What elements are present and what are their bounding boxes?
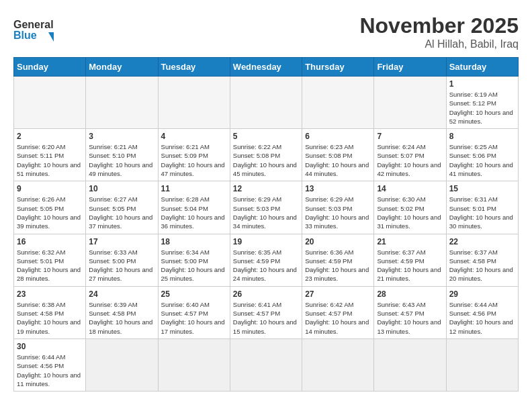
day-number: 23 (17, 289, 83, 299)
calendar-cell (374, 77, 446, 129)
calendar-header-row: SundayMondayTuesdayWednesdayThursdayFrid… (14, 58, 519, 77)
calendar-cell: 10Sunrise: 6:27 AM Sunset: 5:05 PM Dayli… (86, 181, 158, 234)
day-info: Sunrise: 6:23 AM Sunset: 5:08 PM Dayligh… (305, 142, 371, 178)
day-number: 5 (233, 132, 299, 141)
day-info: Sunrise: 6:40 AM Sunset: 4:57 PM Dayligh… (161, 300, 227, 336)
day-number: 27 (305, 289, 371, 299)
calendar-cell: 29Sunrise: 6:44 AM Sunset: 4:56 PM Dayli… (446, 286, 518, 338)
day-info: Sunrise: 6:19 AM Sunset: 5:12 PM Dayligh… (449, 90, 515, 126)
calendar-cell: 18Sunrise: 6:34 AM Sunset: 5:00 PM Dayli… (158, 234, 230, 286)
calendar-cell: 1Sunrise: 6:19 AM Sunset: 5:12 PM Daylig… (446, 77, 518, 129)
day-info: Sunrise: 6:44 AM Sunset: 4:56 PM Dayligh… (17, 353, 83, 388)
day-number: 22 (449, 237, 515, 246)
calendar-cell (158, 77, 230, 129)
day-info: Sunrise: 6:31 AM Sunset: 5:01 PM Dayligh… (449, 195, 515, 230)
calendar-cell: 6Sunrise: 6:23 AM Sunset: 5:08 PM Daylig… (302, 129, 374, 181)
day-number: 30 (17, 342, 83, 351)
calendar-cell: 20Sunrise: 6:36 AM Sunset: 4:59 PM Dayli… (302, 234, 374, 286)
calendar-cell: 17Sunrise: 6:33 AM Sunset: 5:00 PM Dayli… (86, 234, 158, 286)
calendar-cell: 4Sunrise: 6:21 AM Sunset: 5:09 PM Daylig… (158, 129, 230, 181)
day-info: Sunrise: 6:37 AM Sunset: 4:58 PM Dayligh… (449, 248, 515, 283)
day-info: Sunrise: 6:26 AM Sunset: 5:05 PM Dayligh… (17, 195, 83, 230)
calendar-weekday-header: Tuesday (158, 58, 230, 77)
calendar-cell (86, 338, 158, 391)
calendar-week-row: 30Sunrise: 6:44 AM Sunset: 4:56 PM Dayli… (14, 338, 519, 391)
calendar-cell: 30Sunrise: 6:44 AM Sunset: 4:56 PM Dayli… (14, 338, 86, 391)
calendar-weekday-header: Friday (374, 58, 446, 77)
location: Al Hillah, Babil, Iraq (359, 38, 519, 50)
calendar-cell (446, 338, 518, 391)
day-number: 21 (377, 237, 443, 246)
calendar-cell: 5Sunrise: 6:22 AM Sunset: 5:08 PM Daylig… (230, 129, 302, 181)
day-info: Sunrise: 6:21 AM Sunset: 5:09 PM Dayligh… (161, 142, 227, 178)
day-info: Sunrise: 6:28 AM Sunset: 5:04 PM Dayligh… (161, 195, 227, 230)
day-info: Sunrise: 6:22 AM Sunset: 5:08 PM Dayligh… (233, 142, 299, 178)
day-number: 28 (377, 289, 443, 299)
calendar-cell: 9Sunrise: 6:26 AM Sunset: 5:05 PM Daylig… (14, 181, 86, 234)
day-number: 12 (233, 184, 299, 193)
day-number: 6 (305, 132, 371, 141)
calendar-weekday-header: Sunday (14, 58, 86, 77)
day-info: Sunrise: 6:24 AM Sunset: 5:07 PM Dayligh… (377, 142, 443, 178)
calendar-cell: 23Sunrise: 6:38 AM Sunset: 4:58 PM Dayli… (14, 286, 86, 338)
calendar-table: SundayMondayTuesdayWednesdayThursdayFrid… (13, 57, 519, 392)
day-number: 3 (89, 132, 154, 141)
calendar-cell: 11Sunrise: 6:28 AM Sunset: 5:04 PM Dayli… (158, 181, 230, 234)
day-number: 2 (17, 132, 83, 141)
svg-marker-2 (48, 32, 54, 42)
day-number: 7 (377, 132, 443, 141)
calendar-week-row: 2Sunrise: 6:20 AM Sunset: 5:11 PM Daylig… (14, 129, 519, 181)
day-number: 29 (449, 289, 515, 299)
svg-text:Blue: Blue (13, 30, 37, 41)
day-info: Sunrise: 6:42 AM Sunset: 4:57 PM Dayligh… (305, 300, 371, 336)
day-info: Sunrise: 6:43 AM Sunset: 4:57 PM Dayligh… (377, 300, 443, 336)
calendar-week-row: 23Sunrise: 6:38 AM Sunset: 4:58 PM Dayli… (14, 286, 519, 338)
day-info: Sunrise: 6:30 AM Sunset: 5:02 PM Dayligh… (377, 195, 443, 230)
day-info: Sunrise: 6:29 AM Sunset: 5:03 PM Dayligh… (233, 195, 299, 230)
day-number: 11 (161, 184, 227, 193)
day-info: Sunrise: 6:27 AM Sunset: 5:05 PM Dayligh… (89, 195, 154, 230)
title-block: November 2025 Al Hillah, Babil, Iraq (359, 13, 519, 50)
calendar-cell (230, 338, 302, 391)
calendar-cell: 27Sunrise: 6:42 AM Sunset: 4:57 PM Dayli… (302, 286, 374, 338)
calendar-weekday-header: Wednesday (230, 58, 302, 77)
day-number: 19 (233, 237, 299, 246)
svg-text:General: General (13, 19, 54, 30)
logo-icon: General Blue (13, 13, 54, 44)
day-number: 10 (89, 184, 154, 193)
calendar-cell: 24Sunrise: 6:39 AM Sunset: 4:58 PM Dayli… (86, 286, 158, 338)
calendar-weekday-header: Monday (86, 58, 158, 77)
day-number: 9 (17, 184, 83, 193)
day-number: 25 (161, 289, 227, 299)
day-number: 1 (449, 79, 515, 89)
day-info: Sunrise: 6:29 AM Sunset: 5:03 PM Dayligh… (305, 195, 371, 230)
calendar-week-row: 1Sunrise: 6:19 AM Sunset: 5:12 PM Daylig… (14, 77, 519, 129)
day-info: Sunrise: 6:21 AM Sunset: 5:10 PM Dayligh… (89, 142, 154, 178)
calendar-cell: 7Sunrise: 6:24 AM Sunset: 5:07 PM Daylig… (374, 129, 446, 181)
calendar-cell: 8Sunrise: 6:25 AM Sunset: 5:06 PM Daylig… (446, 129, 518, 181)
calendar-cell: 28Sunrise: 6:43 AM Sunset: 4:57 PM Dayli… (374, 286, 446, 338)
calendar-cell: 21Sunrise: 6:37 AM Sunset: 4:59 PM Dayli… (374, 234, 446, 286)
calendar-week-row: 9Sunrise: 6:26 AM Sunset: 5:05 PM Daylig… (14, 181, 519, 234)
month-title: November 2025 (359, 13, 519, 38)
calendar-cell (86, 77, 158, 129)
day-number: 13 (305, 184, 371, 193)
calendar-cell: 26Sunrise: 6:41 AM Sunset: 4:57 PM Dayli… (230, 286, 302, 338)
calendar-cell (158, 338, 230, 391)
page-header: General Blue November 2025 Al Hillah, Ba… (13, 13, 519, 50)
calendar-cell: 22Sunrise: 6:37 AM Sunset: 4:58 PM Dayli… (446, 234, 518, 286)
day-info: Sunrise: 6:25 AM Sunset: 5:06 PM Dayligh… (449, 142, 515, 178)
day-number: 18 (161, 237, 227, 246)
day-number: 16 (17, 237, 83, 246)
calendar-cell: 16Sunrise: 6:32 AM Sunset: 5:01 PM Dayli… (14, 234, 86, 286)
calendar-cell (14, 77, 86, 129)
calendar-cell (230, 77, 302, 129)
calendar-cell: 2Sunrise: 6:20 AM Sunset: 5:11 PM Daylig… (14, 129, 86, 181)
day-number: 24 (89, 289, 154, 299)
day-number: 17 (89, 237, 154, 246)
day-info: Sunrise: 6:33 AM Sunset: 5:00 PM Dayligh… (89, 248, 154, 283)
day-info: Sunrise: 6:39 AM Sunset: 4:58 PM Dayligh… (89, 300, 154, 336)
calendar-weekday-header: Saturday (446, 58, 518, 77)
calendar-cell: 14Sunrise: 6:30 AM Sunset: 5:02 PM Dayli… (374, 181, 446, 234)
calendar-cell: 13Sunrise: 6:29 AM Sunset: 5:03 PM Dayli… (302, 181, 374, 234)
